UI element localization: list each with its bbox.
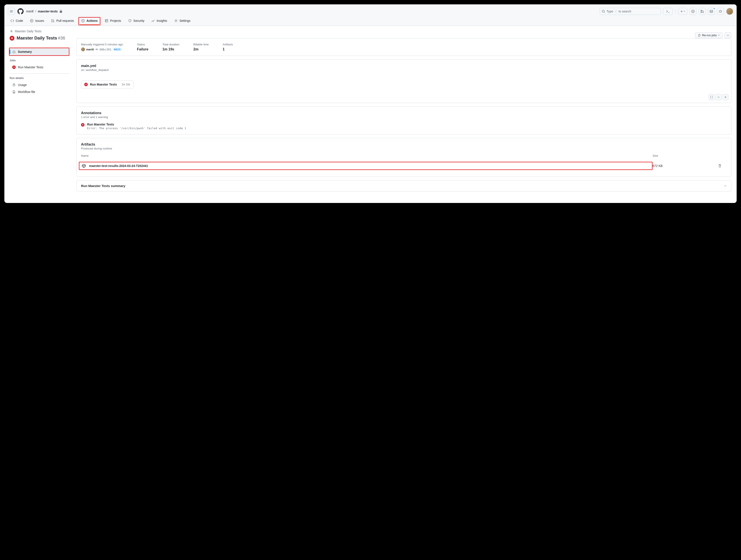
svg-point-1 xyxy=(692,11,693,12)
zoom-in-button[interactable] xyxy=(723,94,729,100)
svg-point-2 xyxy=(720,11,720,12)
status-fail-icon xyxy=(12,65,16,69)
duration-value: 1m 19s xyxy=(162,47,180,51)
search-placeholder-prefix: Type xyxy=(607,10,613,13)
copilot-button[interactable] xyxy=(717,8,724,15)
gear-icon xyxy=(174,19,178,22)
artifacts-card: Artifacts Produced during runtime Name S… xyxy=(76,138,731,177)
job-summary-card: Run Maester Tests summary xyxy=(76,180,731,191)
inbox-button[interactable] xyxy=(708,8,715,15)
summary-more-button[interactable] xyxy=(724,185,727,188)
status-value: Failure xyxy=(137,47,148,51)
stopwatch-icon xyxy=(12,83,16,87)
jobs-label: Jobs xyxy=(10,59,69,62)
job-duration: 1m 10s xyxy=(122,83,130,86)
github-logo-icon[interactable] xyxy=(17,8,24,15)
more-actions-button[interactable] xyxy=(724,32,731,38)
tab-security[interactable]: Security xyxy=(126,17,147,26)
fullscreen-button[interactable] xyxy=(709,94,715,100)
workflow-trigger: on: workflow_dispatch xyxy=(81,68,727,72)
svg-rect-7 xyxy=(105,19,108,22)
artifacts-count: 1 xyxy=(223,47,233,51)
user-avatar[interactable] xyxy=(726,8,733,15)
sidebar-item-summary[interactable]: Summary xyxy=(9,48,69,56)
package-icon xyxy=(82,164,86,168)
status-fail-icon xyxy=(81,123,84,127)
svg-point-3 xyxy=(721,11,721,12)
job-node[interactable]: Run Maester Tests 1m 10s xyxy=(81,80,133,89)
svg-point-13 xyxy=(96,49,97,50)
breadcrumb-repo[interactable]: maester-tests xyxy=(38,10,58,13)
repo-tabs: Code Issues Pull requests Actions Projec… xyxy=(4,17,737,26)
svg-point-16 xyxy=(726,186,726,186)
rerun-jobs-button[interactable]: Re-run jobs xyxy=(695,32,723,38)
actor-avatar[interactable] xyxy=(81,47,85,51)
search-input[interactable]: Type / to search xyxy=(600,8,661,15)
breadcrumb-owner[interactable]: merill xyxy=(26,10,33,13)
pr-icon xyxy=(51,19,55,22)
play-circle-icon xyxy=(81,19,85,22)
sidebar-item-usage[interactable]: Usage xyxy=(10,81,69,88)
chevron-down-icon xyxy=(718,34,720,36)
workflow-file-name: main.yml xyxy=(81,64,727,68)
zoom-out-button[interactable] xyxy=(716,94,722,100)
svg-point-12 xyxy=(728,35,729,36)
menu-button[interactable] xyxy=(8,8,15,15)
svg-point-8 xyxy=(176,20,177,21)
svg-point-11 xyxy=(728,35,728,36)
artifact-size: 672 KB xyxy=(653,164,718,167)
artifact-download-link[interactable]: maester-test-results-2024-03-24-T202441 xyxy=(79,162,653,170)
file-icon xyxy=(12,90,16,94)
annotation-item[interactable]: Run Maester Tests Error: The process '/u… xyxy=(81,123,727,130)
tab-code[interactable]: Code xyxy=(8,17,25,26)
arrow-left-icon xyxy=(10,29,13,33)
tab-settings[interactable]: Settings xyxy=(172,17,193,26)
shield-icon xyxy=(128,19,132,22)
annotation-message: Error: The process '/usr/bin/pwsh' faile… xyxy=(87,127,186,130)
search-kbd: / xyxy=(614,10,617,13)
kebab-icon xyxy=(726,34,729,37)
workflow-graph-card: main.yml on: workflow_dispatch Run Maest… xyxy=(76,59,731,103)
run-meta-card: Manually triggered 5 minutes ago merill … xyxy=(76,38,731,56)
trash-icon xyxy=(718,164,722,167)
search-placeholder-suffix: to search xyxy=(618,10,631,13)
notification-dot-icon xyxy=(713,8,715,9)
run-title: Maester Daily Tests #36 xyxy=(10,36,69,41)
sidebar-item-workflow-file[interactable]: Workflow file xyxy=(10,88,69,95)
pull-requests-button[interactable] xyxy=(699,8,705,15)
issue-icon xyxy=(30,19,33,22)
triggered-text: Manually triggered 5 minutes ago xyxy=(81,43,123,46)
run-details-label: Run details xyxy=(10,77,69,80)
search-icon xyxy=(602,10,605,13)
commit-link[interactable]: 68bc301 xyxy=(99,48,112,51)
code-icon xyxy=(10,19,14,22)
tab-insights[interactable]: Insights xyxy=(149,17,170,26)
graph-icon xyxy=(151,19,155,22)
svg-point-5 xyxy=(31,20,32,21)
actor-link[interactable]: merill xyxy=(86,48,94,51)
breadcrumb: merill / maester-tests xyxy=(26,10,62,13)
artifact-row: maester-test-results-2024-03-24-T202441 … xyxy=(81,159,727,172)
annotations-card: Annotations 1 error and 1 warning Run Ma… xyxy=(76,107,731,134)
tab-pulls[interactable]: Pull requests xyxy=(49,17,77,26)
sidebar-item-job-run-maester[interactable]: Run Maester Tests xyxy=(10,64,69,71)
branch-badge[interactable]: main xyxy=(113,48,122,51)
table-icon xyxy=(105,19,108,22)
command-palette-button[interactable] xyxy=(663,8,673,15)
svg-point-10 xyxy=(727,35,727,36)
status-fail-icon xyxy=(84,83,88,86)
create-new-button[interactable] xyxy=(678,8,687,15)
back-link[interactable]: Maester Daily Tests xyxy=(10,29,69,33)
tab-issues[interactable]: Issues xyxy=(27,17,47,26)
home-icon xyxy=(12,50,16,54)
billable-value: 2m xyxy=(193,47,209,51)
svg-point-15 xyxy=(725,186,726,186)
status-fail-icon xyxy=(10,36,14,41)
issues-button[interactable] xyxy=(689,8,696,15)
artifact-delete-button[interactable] xyxy=(718,164,727,167)
tab-actions[interactable]: Actions xyxy=(78,17,100,25)
lock-icon xyxy=(59,10,62,13)
tab-projects[interactable]: Projects xyxy=(102,17,124,26)
commit-icon xyxy=(95,48,98,51)
svg-point-14 xyxy=(724,186,725,186)
